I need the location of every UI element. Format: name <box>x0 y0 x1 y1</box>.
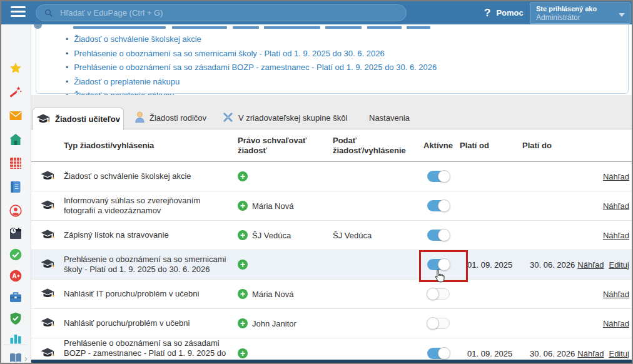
approve-right-cell: +Mária Nová <box>238 289 333 299</box>
active-cell <box>423 171 460 182</box>
add-approver-button[interactable]: + <box>238 260 248 270</box>
add-approver-button[interactable]: + <box>238 318 248 328</box>
person-badge-icon <box>9 205 22 217</box>
approver-name: ŠJ Vedúca <box>252 231 291 240</box>
approver-name: Mária Nová <box>252 290 293 299</box>
preview-link[interactable]: Náhľad <box>603 231 629 240</box>
edit-link[interactable]: Edituj <box>609 349 629 358</box>
account-menu[interactable]: Ste prihlásený ako Administrátor <box>530 3 630 24</box>
graduation-cap-icon <box>41 320 54 329</box>
account-role: Administrátor <box>536 13 624 22</box>
edit-link[interactable]: Edituj <box>609 260 629 270</box>
briefcase-icon <box>9 291 22 303</box>
sidebar-item-grade-a-plus[interactable]: A <box>9 270 23 283</box>
column-header-pravo-schvalovat-ziadost: Právo schvaľovať žiadosť <box>238 136 333 156</box>
info-link[interactable]: Žiadosť o preplatenie nákupu <box>74 77 180 86</box>
hamburger-menu-icon[interactable] <box>11 6 26 19</box>
sidebar-item-magic-wand[interactable] <box>9 86 23 99</box>
toggle-knob <box>427 317 439 330</box>
tab-label: Žiadosti učiteľov <box>55 114 120 124</box>
add-approver-button[interactable]: + <box>238 201 248 211</box>
check-circle-icon <box>9 248 22 261</box>
clipped-text-fragment <box>407 26 430 29</box>
sidebar-item-timetable-grid[interactable] <box>9 157 23 171</box>
preview-link[interactable]: Náhľad <box>603 201 629 211</box>
sidebar-item-house[interactable] <box>9 133 23 147</box>
info-link-item: Žiadosť o preplatenie nákupu <box>66 75 437 89</box>
request-row: Informovaný súhlas so zverejňovaním foto… <box>31 191 632 221</box>
add-approver-button[interactable]: + <box>238 289 248 299</box>
info-link[interactable]: Prehlásenie o oboznámení sa so smernicam… <box>74 49 384 58</box>
tab-nastavenia[interactable]: Nastavenia <box>369 106 410 129</box>
approve-right-cell: + <box>238 348 333 358</box>
preview-link[interactable]: Náhľad <box>603 290 629 299</box>
calendar-clock-icon <box>9 227 22 240</box>
sidebar-item-briefcase[interactable] <box>9 291 23 305</box>
sidebar-item-library-book[interactable]: › <box>9 352 23 364</box>
info-link[interactable]: Žiadosť o povolenie nákupu <box>74 91 174 95</box>
approve-right-cell: +ŠJ Vedúca <box>238 230 333 240</box>
request-type-icon-cell <box>41 259 54 270</box>
row-actions: Náhľad <box>585 290 632 299</box>
shield-check-icon <box>9 312 22 325</box>
row-actions: NáhľadEdituj <box>585 349 632 358</box>
sidebar-item-bar-chart[interactable] <box>9 332 23 346</box>
graduation-cap-icon <box>41 290 54 300</box>
sidebar-item-shield-check[interactable] <box>9 312 23 326</box>
clipped-text-fragment <box>264 26 320 29</box>
magic-wand-icon <box>9 86 22 98</box>
active-toggle[interactable] <box>427 200 450 211</box>
active-cell <box>423 230 460 241</box>
search-input[interactable] <box>59 8 398 18</box>
tab-v-zriadovatelskej-skupine-skol[interactable]: V zriadovateľskej skupine škôl <box>223 106 347 129</box>
row-actions: Náhľad <box>585 201 632 211</box>
global-search[interactable] <box>36 4 407 21</box>
help-button[interactable]: ? Pomoc <box>484 1 524 24</box>
active-toggle[interactable] <box>427 288 450 300</box>
question-mark-icon: ? <box>484 7 490 19</box>
graduation-cap-icon <box>41 261 54 270</box>
tools-icon <box>223 112 233 124</box>
info-link[interactable]: Prehlásenie o oboznámení sa so zásadami … <box>74 63 437 72</box>
tabs-bar: Žiadosti učiteľovŽiadosti rodičovV zriad… <box>31 106 632 129</box>
toggle-knob <box>438 170 450 183</box>
grade-a-plus-icon: A <box>9 270 22 282</box>
row-actions: Náhľad <box>585 231 632 240</box>
request-row: Zápisný lístok na stravovanie+ŠJ VedúcaŠ… <box>31 221 632 250</box>
request-type-cell: Nahlásiť poruchu/problém v učebni <box>64 318 238 328</box>
info-link-item: Žiadosť o povolenie nákupu <box>66 89 437 95</box>
envelope-icon <box>9 109 22 122</box>
help-label: Pomoc <box>496 8 523 18</box>
clipped-text-fragment <box>233 26 259 29</box>
preview-link[interactable]: Náhľad <box>603 172 629 181</box>
graduation-cap-icon <box>36 114 50 125</box>
tab-ziadosti-rodicov[interactable]: Žiadosti rodičov <box>135 106 206 129</box>
sidebar-item-star[interactable] <box>9 62 23 76</box>
sidebar-item-envelope[interactable] <box>9 109 23 123</box>
active-toggle[interactable] <box>427 171 450 182</box>
column-header-plati-od: Platí od <box>460 141 522 151</box>
info-link[interactable]: Žiadosť o schválenie školskej akcie <box>74 34 201 44</box>
sidebar-item-person-badge[interactable] <box>9 205 23 218</box>
sidebar-item-check-circle[interactable] <box>9 248 23 262</box>
add-approver-button[interactable]: + <box>238 171 248 181</box>
request-row: Nahlásiť poruchu/problém v učebni+John J… <box>31 309 632 338</box>
tab-ziadosti-ucitelov[interactable]: Žiadosti učiteľov <box>33 108 124 130</box>
preview-link[interactable]: Náhľad <box>603 319 629 328</box>
preview-link[interactable]: Náhľad <box>577 260 604 270</box>
active-toggle[interactable] <box>427 259 450 270</box>
column-header-plati-do: Platí do <box>522 141 585 151</box>
sidebar-item-notebook[interactable] <box>9 181 23 195</box>
request-links-list: Žiadosť o schválenie školskej akciePrehl… <box>66 33 437 95</box>
library-book-icon <box>9 352 22 364</box>
graduation-cap-icon <box>41 202 54 211</box>
active-toggle[interactable] <box>427 230 450 241</box>
add-approver-button[interactable]: + <box>238 230 248 240</box>
active-toggle[interactable] <box>427 348 450 359</box>
active-toggle[interactable] <box>427 318 450 329</box>
sidebar-item-calendar-clock[interactable] <box>9 227 23 241</box>
toggle-knob <box>438 229 450 241</box>
preview-link[interactable]: Náhľad <box>577 349 604 358</box>
active-cell <box>423 318 460 329</box>
add-approver-button[interactable]: + <box>238 348 248 358</box>
